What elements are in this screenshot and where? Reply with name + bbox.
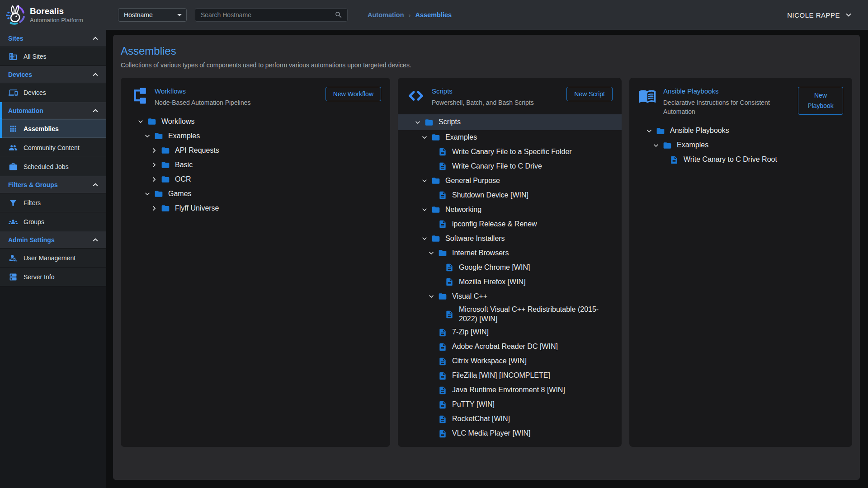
tree-file[interactable]: Microsoft Visual C++ Redistributable (20… (398, 304, 622, 325)
chevron-down-icon (420, 176, 429, 185)
sidebar-item-devices[interactable]: Devices (0, 83, 106, 102)
tree-file[interactable]: ipconfig Release & Renew (398, 217, 622, 231)
main-content: Assemblies Collections of various types … (106, 30, 868, 488)
sidebar-item-scheduled-jobs[interactable]: Scheduled Jobs (0, 157, 106, 176)
tree-file[interactable]: Write Canary File to a Specific Folder (398, 145, 622, 159)
file-icon (670, 155, 679, 164)
tree-folder[interactable]: Networking (398, 202, 622, 217)
tree-file[interactable]: Shutdown Device [WIN] (398, 188, 622, 202)
tree-folder[interactable]: Games (121, 187, 390, 201)
breadcrumb-current-assemblies[interactable]: Assemblies (415, 11, 452, 19)
sidebar-item-label: Server Info (24, 273, 54, 281)
chevron-down-icon (143, 131, 152, 141)
tree-file[interactable]: Write Canary to C Drive Root (629, 153, 852, 167)
tree-label: Google Chrome [WIN] (459, 262, 530, 274)
new-script-button[interactable]: New Script (566, 87, 613, 101)
brand-subtitle: Automation Platform (30, 17, 83, 23)
new-playbook-button[interactable]: New Playbook (798, 87, 843, 115)
file-icon (438, 400, 447, 409)
folder-icon (438, 249, 447, 258)
tree-label: General Purpose (445, 175, 500, 187)
sidebar-section-devices[interactable]: Devices (0, 66, 106, 83)
sidebar-section-admin-settings[interactable]: Admin Settings (0, 231, 106, 249)
tree-file[interactable]: VLC Media Player [WIN] (398, 427, 622, 441)
tree-file[interactable]: Citrix Workspace [WIN] (398, 354, 622, 369)
tree-folder[interactable]: Scripts (398, 114, 622, 130)
sidebar-item-groups[interactable]: Groups (0, 212, 106, 231)
tree-file[interactable]: PuTTY [WIN] (398, 398, 622, 412)
tree-file[interactable]: RocketChat [WIN] (398, 412, 622, 427)
people-icon (9, 143, 18, 152)
user-menu[interactable]: NICOLE RAPPE (787, 10, 868, 20)
tree-folder[interactable]: Ansible Playbooks (629, 124, 852, 138)
tree-folder[interactable]: Visual C++ (398, 289, 622, 304)
borealis-logo-icon (5, 5, 25, 25)
new-workflow-button[interactable]: New Workflow (326, 87, 381, 101)
folder-icon (154, 131, 163, 141)
chevron-down-icon (413, 118, 422, 127)
sidebar-item-community-content[interactable]: Community Content (0, 138, 106, 157)
tree-folder[interactable]: General Purpose (398, 174, 622, 188)
tree-folder[interactable]: Internet Browsers (398, 246, 622, 260)
sidebar-item-all-sites[interactable]: All Sites (0, 47, 106, 66)
tree-label: Networking (445, 204, 481, 216)
assembly-cards: Workflows Node-Based Automation Pipeline… (121, 78, 852, 447)
tree-folder[interactable]: Basic (121, 158, 390, 172)
tree-label: API Requests (175, 145, 219, 157)
chevron-up-icon (90, 180, 100, 190)
chevron-down-icon (844, 10, 854, 20)
sidebar-section-filters-groups[interactable]: Filters & Groups (0, 176, 106, 193)
sidebar-item-label: All Sites (24, 53, 47, 60)
tree-label: FileZilla [WIN] [INCOMPLETE] (452, 370, 550, 382)
tree-file[interactable]: Adobe Acrobat Reader DC [WIN] (398, 340, 622, 354)
assemblies-panel: Assemblies Collections of various types … (113, 35, 860, 480)
code-icon (407, 87, 425, 105)
tree-folder[interactable]: Software Installers (398, 231, 622, 246)
workflow-icon (130, 87, 148, 105)
tree-folder[interactable]: Examples (398, 130, 622, 145)
folder-icon (431, 205, 440, 214)
tree-file[interactable]: Write Canary File to C Drive (398, 159, 622, 174)
file-icon (438, 415, 447, 424)
sidebar-item-user-management[interactable]: User Management (0, 249, 106, 267)
search-input[interactable] (201, 11, 335, 19)
tree-folder[interactable]: Flyff Universe (121, 201, 390, 216)
ansible-card-title: Ansible Playbooks (663, 87, 791, 95)
folder-icon (438, 292, 447, 301)
tree-folder[interactable]: OCR (121, 172, 390, 187)
hostname-select-value: Hostname (124, 11, 153, 19)
breadcrumb-link-automation[interactable]: Automation (368, 11, 404, 19)
tree-folder[interactable]: Examples (629, 138, 852, 153)
tree-file[interactable]: Java Runtime Environment 8 [WIN] (398, 383, 622, 398)
hostname-select[interactable]: Hostname (118, 8, 187, 22)
tree-label: Scripts (439, 116, 461, 128)
topbar: Borealis Automation Platform Hostname Au… (0, 0, 868, 30)
tree-label: 7-Zip [WIN] (452, 326, 489, 338)
file-icon (438, 371, 447, 380)
brand-name: Borealis (30, 6, 83, 16)
folder-icon (161, 175, 170, 184)
folder-icon (425, 118, 434, 127)
sidebar-item-assemblies[interactable]: Assemblies (0, 119, 106, 138)
tree-file[interactable]: Google Chrome [WIN] (398, 260, 622, 275)
chevron-up-icon (90, 106, 100, 116)
chevron-up-icon (90, 70, 100, 80)
tree-folder[interactable]: Workflows (121, 114, 390, 129)
sidebar-item-server-info[interactable]: Server Info (0, 267, 106, 286)
tree-file[interactable]: 7-Zip [WIN] (398, 325, 622, 340)
sidebar-section-sites[interactable]: Sites (0, 30, 106, 47)
tree-folder[interactable]: Examples (121, 129, 390, 143)
tree-label: PuTTY [WIN] (452, 399, 495, 411)
server-icon (9, 272, 18, 282)
file-icon (438, 162, 447, 171)
sidebar-item-filters[interactable]: Filters (0, 193, 106, 212)
sidebar-section-automation[interactable]: Automation (0, 102, 106, 119)
tree-file[interactable]: FileZilla [WIN] [INCOMPLETE] (398, 369, 622, 383)
chevron-down-icon (427, 292, 436, 301)
breadcrumb-separator-icon: › (409, 11, 411, 19)
file-icon (445, 277, 454, 286)
chevron-down-icon (143, 189, 152, 198)
tree-file[interactable]: Mozilla Firefox [WIN] (398, 275, 622, 289)
sidebar-item-label: Community Content (24, 144, 80, 151)
tree-folder[interactable]: API Requests (121, 143, 390, 158)
